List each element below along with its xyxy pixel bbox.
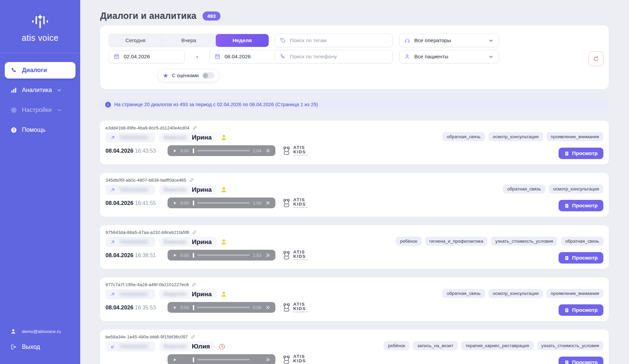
link-icon[interactable] [189,178,194,183]
phone-pill: 79000000000 [106,237,155,247]
sidebar-item-settings[interactable]: Настройки [5,102,76,118]
dialog-tag: обратная_связь [503,184,545,193]
bar-chart-icon [10,87,17,94]
atis-kids-logo: ATISKIDSдетям нравится! [281,145,308,156]
date-from-input[interactable]: 02.04.2026 [109,50,185,63]
sidebar-item-label: Диалоги [22,67,47,74]
dialog-time: 16:38:51 [135,252,156,258]
logout-button[interactable]: Выход [0,343,80,351]
dialog-tag: обратная_связь [442,289,485,298]
play-icon[interactable] [172,201,177,206]
skip-icon[interactable] [265,305,271,310]
link-icon[interactable] [192,125,197,130]
player-handle[interactable] [193,253,194,258]
atis-kids-logo: ATISKIDSдетям нравится! [281,302,308,313]
view-button[interactable]: Просмотр [559,148,603,159]
sidebar-item-analytics[interactable]: Аналитика [5,82,76,98]
dialog-card: 345db05f-ab0c-4807-b838-fadff0dce4657900… [100,173,609,217]
dialog-tag: проявление_внимания [546,289,603,298]
pagination-info-text: На странице 20 диалогов из 493 за период… [114,102,318,107]
player-track[interactable] [197,359,250,360]
period-tabs: Сегодня Вчера Неделя [109,34,269,47]
player-position: 0:00 [180,253,190,258]
link-icon[interactable] [192,230,197,235]
sidebar-item-dialogs[interactable]: Диалоги [5,62,76,79]
view-button-label: Просмотр [572,150,598,156]
dialog-datetime: 08.04.2026 16:38:51 [106,252,168,259]
view-button[interactable]: Просмотр [559,200,603,211]
audio-player[interactable]: 0:001:04 [168,145,275,156]
player-track[interactable] [197,254,250,256]
sidebar-item-help[interactable]: Помощь [5,122,76,138]
link-icon[interactable] [190,334,196,339]
filter-panel: Сегодня Вчера Неделя 02.04.2026 - 08.04.… [100,25,609,89]
dialog-tags: ребёнокзапись_на_визиттерапия_кариес_рес… [384,341,603,350]
contact-name: Ирина [192,291,212,298]
dialog-tags: обратная_связьосмотр_консультацияпроявле… [442,289,603,298]
tab-yesterday[interactable]: Вчера [162,34,215,47]
play-icon[interactable] [172,357,177,362]
dialog-date: 08.04.2026 [106,148,133,154]
audio-player[interactable]: 0:000:56 [168,302,275,313]
play-icon[interactable] [172,305,177,310]
dialog-tag: осмотр_консультация [488,289,543,298]
view-button[interactable]: Просмотр [559,304,603,316]
dialog-tag: гигиена_и_профилактика [425,237,488,246]
phone-search-field [275,50,393,63]
dialog-tag: ребёнок [396,237,422,246]
player-handle[interactable] [193,148,194,153]
refresh-icon [593,56,599,62]
sidebar-item-label: Аналитика [22,87,52,94]
waveform-logo-icon [32,13,49,29]
patients-select[interactable]: Все пациенты [399,50,499,63]
refresh-button[interactable] [589,51,603,66]
phone-pill: 79000000000 [106,132,155,143]
app-logo: atis voice [0,13,80,43]
person-fill-icon [220,134,228,141]
toggle-knob [203,73,208,78]
play-icon[interactable] [172,148,177,153]
contact-name: Юлия [192,343,210,350]
audio-player[interactable] [168,354,275,364]
dialog-tag: обратная_связь [561,237,603,246]
ratings-toggle-switch[interactable] [202,72,214,79]
link-icon[interactable] [191,282,197,287]
dialog-date: 08.04.2026 [106,200,133,206]
person-outline-icon [404,54,410,60]
arrow-down-left-icon [110,344,116,350]
dialog-list: e3dd41b8-89fe-4ba9-8cc5-d11240e4cd047900… [100,121,609,364]
play-icon[interactable] [172,253,177,258]
skip-icon[interactable] [265,357,271,362]
audio-player[interactable]: 0:001:53 [168,250,275,261]
skip-icon[interactable] [265,200,271,206]
audio-player[interactable]: 0:001:00 [168,198,275,208]
player-handle[interactable] [193,357,194,362]
skip-icon[interactable] [265,148,271,153]
player-track[interactable] [197,150,250,151]
player-position: 0:00 [180,201,190,206]
dialog-tag: узнать_стоимость_условия [491,237,557,246]
player-track[interactable] [197,307,250,308]
date-to-input[interactable]: 08.04.2026 [209,50,286,63]
sidebar-item-label: Настройки [22,107,52,114]
phone-search-input[interactable] [290,54,388,60]
help-icon [10,127,17,133]
player-track[interactable] [197,202,250,204]
dialog-count-badge: 493 [203,11,220,21]
dialog-tag: осмотр_консультация [549,184,603,193]
brand-line2: KIDS [293,254,308,259]
ratings-filter-toggle[interactable]: С оценками [158,69,219,82]
view-button[interactable]: Просмотр [559,252,603,264]
chevron-down-icon [57,108,62,113]
logout-icon [10,344,17,350]
operators-select[interactable]: Все операторы [399,34,499,47]
tab-today[interactable]: Сегодня [109,34,162,47]
tag-search-input[interactable] [290,37,388,43]
main-content: Диалоги и аналитика 493 Сегодня Вчера Не… [80,0,629,364]
tab-week[interactable]: Неделя [216,34,269,47]
view-button[interactable]: Просмотр [559,357,603,364]
player-handle[interactable] [193,201,194,206]
contact-pill: ФамилияИрина [159,185,216,195]
player-handle[interactable] [193,305,194,310]
skip-icon[interactable] [265,252,271,258]
